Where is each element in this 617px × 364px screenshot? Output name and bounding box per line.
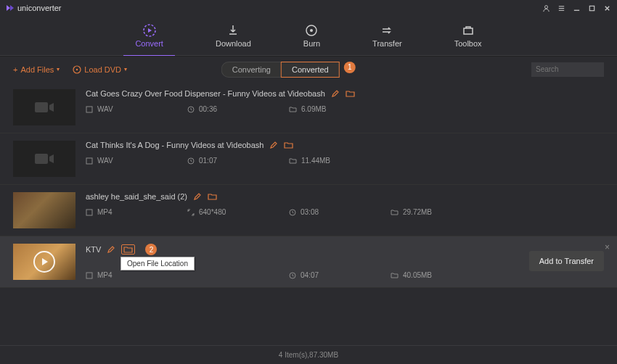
thumbnail xyxy=(13,89,75,125)
menu-icon[interactable] xyxy=(557,4,565,12)
video-placeholder-icon xyxy=(33,100,55,115)
file-size: 40.05MB xyxy=(403,271,432,279)
play-icon xyxy=(33,251,55,273)
minimize-icon[interactable] xyxy=(573,4,581,12)
chevron-down-icon: ▾ xyxy=(124,66,127,73)
file-title: Cat Goes Crazy Over Food Dispenser - Fun… xyxy=(86,89,325,98)
toolbox-icon xyxy=(461,23,475,38)
folder-icon[interactable] xyxy=(208,192,217,201)
list-item[interactable]: ashley he_said_she_said (2) MP4 640*480 … xyxy=(0,185,617,236)
svg-rect-5 xyxy=(464,28,473,34)
nav-convert-label: Convert xyxy=(135,39,163,48)
nav-download-label: Download xyxy=(216,39,251,48)
nav-download[interactable]: Download xyxy=(211,20,256,51)
nav-burn[interactable]: Burn xyxy=(299,20,324,51)
close-icon[interactable] xyxy=(603,4,611,12)
disc-icon xyxy=(73,65,81,74)
plus-icon: + xyxy=(13,65,17,74)
nav-toolbox[interactable]: Toolbox xyxy=(450,20,486,51)
app-title: uniconverter xyxy=(17,4,62,12)
status-summary: 4 Item(s),87.30MB xyxy=(279,351,338,359)
tab-converting-label: Converting xyxy=(232,65,271,74)
file-dimensions: 640*480 xyxy=(199,208,226,216)
status-bar: 4 Item(s),87.30MB xyxy=(0,345,617,364)
load-dvd-button[interactable]: Load DVD ▾ xyxy=(73,65,127,74)
file-title: KTV xyxy=(86,245,101,254)
svg-point-4 xyxy=(310,29,313,32)
nav-convert[interactable]: Convert xyxy=(131,20,168,51)
top-nav: Convert Download Burn Transfer Toolbox xyxy=(0,16,617,56)
folder-small-icon xyxy=(289,157,297,165)
folder-small-icon xyxy=(391,272,399,279)
edit-icon[interactable] xyxy=(107,245,115,254)
edit-icon[interactable] xyxy=(193,192,202,201)
clock-icon xyxy=(187,106,195,113)
folder-small-icon xyxy=(391,209,399,216)
format-icon xyxy=(86,209,93,216)
folder-icon[interactable] xyxy=(346,89,355,98)
file-duration: 01:07 xyxy=(199,157,217,165)
dimensions-icon xyxy=(187,209,195,216)
toolbar: + Add Files ▾ Load DVD ▾ Converting Conv… xyxy=(0,56,617,82)
svg-rect-8 xyxy=(35,102,48,112)
file-duration: 00:36 xyxy=(199,105,217,113)
svg-point-0 xyxy=(544,5,547,8)
tooltip-open-file-location: Open File Location xyxy=(120,257,195,270)
titlebar: uniconverter xyxy=(0,0,617,16)
status-tabs: Converting Converted 1 xyxy=(221,62,356,78)
clock-icon xyxy=(187,157,195,165)
file-title: ashley he_said_she_said (2) xyxy=(86,192,187,201)
file-duration: 04:07 xyxy=(301,271,319,279)
file-format: WAV xyxy=(97,157,113,165)
nav-toolbox-label: Toolbox xyxy=(454,39,482,48)
svg-rect-16 xyxy=(86,273,92,278)
add-files-label: Add Files xyxy=(20,65,54,74)
app-logo: uniconverter xyxy=(6,4,62,12)
file-title: Cat Thinks It's A Dog - Funny Videos at … xyxy=(86,141,263,149)
search-input[interactable] xyxy=(531,62,604,77)
badge-1: 1 xyxy=(344,62,356,73)
convert-icon xyxy=(142,23,157,38)
user-icon[interactable] xyxy=(542,4,550,12)
clock-icon xyxy=(289,209,296,216)
chevron-down-icon: ▾ xyxy=(57,66,60,73)
remove-item-icon[interactable]: × xyxy=(605,242,610,252)
thumbnail[interactable] xyxy=(13,244,75,280)
nav-transfer-label: Transfer xyxy=(372,39,402,48)
format-icon xyxy=(86,106,93,113)
edit-icon[interactable] xyxy=(269,141,278,149)
list-item[interactable]: × KTV 2 Open File Location MP4 04:07 40.… xyxy=(0,236,617,288)
file-duration: 03:08 xyxy=(301,208,319,216)
folder-small-icon xyxy=(289,106,297,113)
add-files-button[interactable]: + Add Files ▾ xyxy=(13,65,60,74)
list-item[interactable]: Cat Goes Crazy Over Food Dispenser - Fun… xyxy=(0,82,617,133)
load-dvd-label: Load DVD xyxy=(84,65,121,74)
file-format: WAV xyxy=(97,105,113,113)
svg-point-7 xyxy=(76,68,78,70)
format-icon xyxy=(86,272,93,279)
add-to-transfer-button[interactable]: Add to Transfer xyxy=(529,251,604,271)
list-item[interactable]: Cat Thinks It's A Dog - Funny Videos at … xyxy=(0,133,617,185)
transfer-icon xyxy=(380,23,394,38)
svg-rect-9 xyxy=(86,107,92,112)
nav-transfer[interactable]: Transfer xyxy=(368,20,406,51)
nav-burn-label: Burn xyxy=(303,39,320,48)
file-list: Cat Goes Crazy Over Food Dispenser - Fun… xyxy=(0,82,617,345)
svg-rect-1 xyxy=(589,6,594,10)
thumbnail xyxy=(13,141,75,177)
tab-converting[interactable]: Converting xyxy=(221,62,281,78)
edit-icon[interactable] xyxy=(331,89,340,98)
svg-rect-14 xyxy=(86,210,92,215)
file-size: 29.72MB xyxy=(403,208,432,216)
maximize-icon[interactable] xyxy=(588,4,596,12)
folder-icon[interactable] xyxy=(284,141,293,149)
format-icon xyxy=(86,157,93,165)
file-size: 11.44MB xyxy=(301,157,330,165)
file-format: MP4 xyxy=(97,271,113,279)
badge-2: 2 xyxy=(145,244,157,255)
thumbnail xyxy=(13,192,75,228)
tab-converted[interactable]: Converted xyxy=(281,62,340,78)
folder-icon[interactable] xyxy=(121,244,135,255)
window-controls xyxy=(542,4,611,12)
burn-icon xyxy=(304,23,319,38)
